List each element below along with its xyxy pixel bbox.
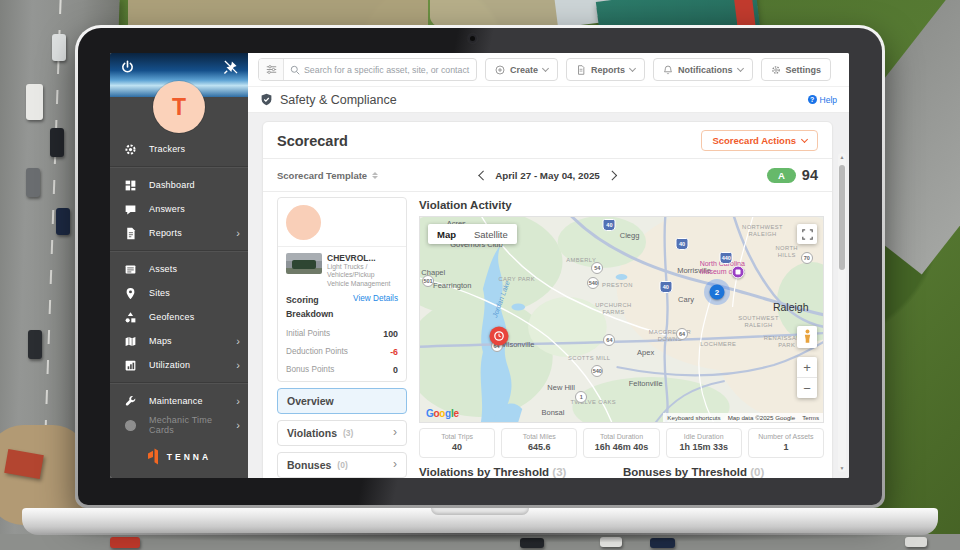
sidebar-item-reports[interactable]: Reports › (110, 221, 248, 245)
sidebar-item-maintenance[interactable]: Maintenance › (110, 389, 248, 413)
asset-summary-card: CHEVROL... Light Trucks / Vehicles/Picku… (277, 197, 407, 382)
pegman-icon (803, 329, 812, 344)
street-view-pegman[interactable] (797, 326, 817, 348)
next-period-button[interactable] (607, 170, 617, 180)
deduction-points-value: -6 (390, 347, 398, 357)
tab-violations[interactable]: Violations (3) › (277, 420, 407, 446)
scroll-up-arrow[interactable]: ▲ (838, 154, 846, 160)
museum-poi-marker[interactable] (732, 266, 745, 279)
route-shield: 1 (575, 391, 587, 403)
bonus-points-value: 0 (393, 365, 398, 375)
previous-period-button[interactable] (478, 170, 488, 180)
asset-text: CHEVROL... Light Trucks / Vehicles/Picku… (327, 253, 398, 288)
bg-car (56, 208, 70, 235)
clock-icon (493, 330, 504, 341)
zoom-out-button[interactable]: − (797, 378, 817, 398)
help-link[interactable]: ?Help (808, 95, 837, 105)
laptop-shadow (34, 533, 926, 543)
scoring-breakdown-header: Scoring Breakdown View Details (286, 294, 398, 320)
map-terrain (420, 217, 823, 422)
date-range: April 27 - May 04, 2025 (495, 170, 600, 181)
route-shield: 40 (603, 219, 616, 231)
reports-button[interactable]: Reports (566, 58, 645, 81)
create-button[interactable]: Create (485, 58, 558, 81)
unpin-icon[interactable] (223, 60, 238, 75)
asset-subcategory: Vehicle Management (327, 280, 398, 288)
chevron-right-icon: › (236, 396, 240, 407)
filter-button[interactable] (259, 59, 284, 80)
chevron-right-icon: › (236, 420, 240, 431)
settings-button[interactable]: Settings (761, 58, 832, 81)
scoring-breakdown-title: Scoring Breakdown (286, 294, 344, 320)
search-icon (290, 65, 300, 75)
cluster-marker[interactable]: 2 (710, 284, 725, 299)
bg-car (26, 168, 40, 197)
main-area: Create Reports Notifications Settings Sa… (248, 53, 849, 478)
sidebar-item-mechanic-time-cards[interactable]: Mechanic Time Cards › (110, 413, 248, 437)
power-icon[interactable] (120, 60, 135, 75)
google-logo[interactable]: Google (426, 408, 459, 419)
fullscreen-icon (802, 229, 813, 240)
scorecard-template-selector[interactable]: Scorecard Template (277, 170, 378, 181)
map-attribution: Keyboard shortcuts Map data ©2025 Google… (663, 413, 823, 422)
notifications-button[interactable]: Notifications (653, 58, 753, 81)
laptop-trackpad-notch (431, 508, 529, 515)
terms-link[interactable]: Terms (802, 414, 819, 421)
scorecard-actions-button[interactable]: Scorecard Actions (701, 130, 818, 151)
violation-activity-title: Violation Activity (419, 199, 824, 211)
sidebar-item-dashboard[interactable]: Dashboard (110, 173, 248, 197)
clock-icon (124, 419, 137, 432)
chevron-down-icon (737, 65, 744, 72)
map[interactable]: AcresCleggGovernors ClubAMBERLYMorrisvil… (419, 216, 824, 423)
sidebar-item-geofences[interactable]: Geofences (110, 305, 248, 329)
keyboard-shortcuts-link[interactable]: Keyboard shortcuts (667, 414, 720, 421)
asset-panel: CHEVROL... Light Trucks / Vehicles/Picku… (277, 197, 407, 478)
sidebar-item-sites[interactable]: Sites (110, 281, 248, 305)
scorecard-card: Scorecard Scorecard Actions Scorecard Te… (262, 121, 833, 478)
route-shield: 501 (422, 275, 434, 287)
geofence-shapes-icon (124, 311, 137, 324)
search-input[interactable] (300, 65, 476, 75)
tenna-logo: TENNA (110, 437, 248, 478)
stat-total-duration: Total Duration 16h 46m 40s (583, 428, 659, 458)
scorecard-title: Scorecard (277, 133, 348, 149)
tab-bonuses[interactable]: Bonuses (0) › (277, 452, 407, 478)
violations-threshold-count: (3) (552, 466, 566, 478)
bonuses-threshold-count: (0) (750, 466, 764, 478)
report-icon (124, 227, 137, 240)
dashboard-icon (124, 179, 137, 192)
chevron-down-icon (801, 136, 808, 143)
scrollbar-thumb[interactable] (839, 165, 845, 270)
top-toolbar: Create Reports Notifications Settings (248, 53, 849, 87)
sidebar-item-assets[interactable]: Assets (110, 257, 248, 281)
app-window: T Trackers Dashboard Answers Reports › (110, 53, 849, 478)
zoom-in-button[interactable]: + (797, 357, 817, 378)
divider (278, 246, 406, 247)
map-data-text: Map data ©2025 Google (728, 414, 796, 421)
scroll-down-arrow[interactable]: ▼ (838, 465, 846, 471)
tab-overview[interactable]: Overview (277, 388, 407, 414)
sidebar-item-trackers[interactable]: Trackers (110, 137, 248, 161)
sidebar-item-maps[interactable]: Maps › (110, 329, 248, 353)
document-icon (576, 65, 586, 75)
view-details-link[interactable]: View Details (353, 294, 398, 320)
tenna-logo-mark (147, 447, 162, 466)
chat-icon (124, 203, 137, 216)
search-group (258, 58, 477, 81)
trip-stats-row: Total Trips 40 Total Miles 645.6 Total D… (419, 428, 824, 458)
initial-points-value: 100 (383, 329, 398, 339)
route-shield: 440 (720, 252, 733, 264)
bonuses-by-threshold-heading: Bonuses by Threshold (0) (623, 466, 764, 478)
route-shield: 64 (603, 334, 615, 346)
deduction-points-row: Deduction Points -6 (286, 347, 398, 357)
map-type-map-button[interactable]: Map (428, 224, 465, 244)
bell-icon (663, 65, 673, 75)
fullscreen-button[interactable] (797, 224, 817, 244)
sidebar-item-answers[interactable]: Answers (110, 197, 248, 221)
violation-marker[interactable] (489, 326, 508, 345)
map-type-satellite-button[interactable]: Satellite (465, 224, 517, 244)
initial-points-row: Initial Points 100 (286, 329, 398, 339)
sidebar-item-utilization[interactable]: Utilization › (110, 353, 248, 377)
user-avatar[interactable]: T (153, 81, 205, 133)
stat-number-of-assets: Number of Assets 1 (748, 428, 824, 458)
